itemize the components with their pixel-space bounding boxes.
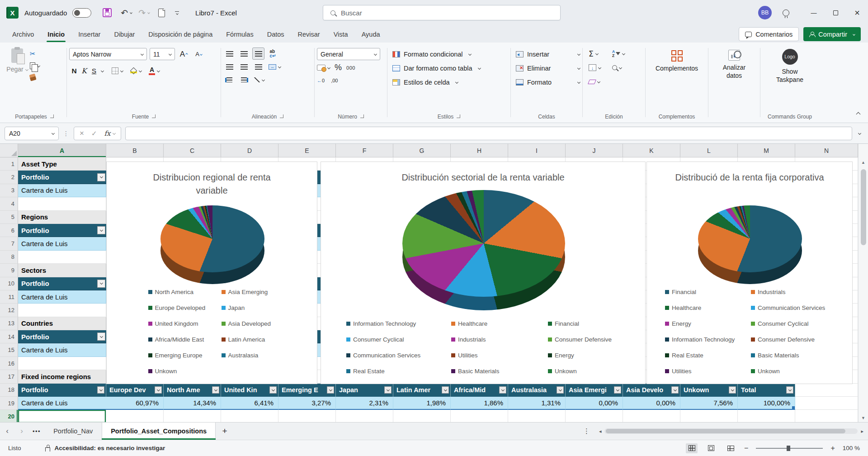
row-header-19[interactable]: 19 (0, 397, 18, 410)
merge-center-button[interactable]: ↔ (267, 61, 283, 73)
cell-A1[interactable]: Asset Type (18, 157, 106, 171)
page-break-view-button[interactable] (725, 443, 736, 453)
cell-A9[interactable]: Sectors (18, 264, 106, 277)
collapse-ribbon-button[interactable] (854, 110, 860, 117)
cell-A2[interactable]: Portfolio (18, 171, 106, 184)
filter-dropdown-icon[interactable] (269, 386, 277, 394)
filter-dropdown-icon[interactable] (729, 386, 736, 394)
cell-A8[interactable] (18, 251, 106, 264)
align-right-button[interactable] (252, 61, 264, 73)
prev-sheet-button[interactable]: ‹ (0, 423, 14, 440)
column-header-H[interactable]: H (451, 144, 508, 157)
legend-item[interactable]: Australasia (222, 352, 276, 359)
cut-button[interactable]: ✂ (30, 49, 40, 58)
column-header-N[interactable]: N (795, 144, 858, 157)
row-header-8[interactable]: 8 (0, 251, 18, 264)
grid-cell[interactable] (106, 410, 164, 422)
row-header-16[interactable]: 16 (0, 357, 18, 370)
cell-A14[interactable]: Portfolio (18, 330, 106, 343)
column-header-K[interactable]: K (623, 144, 680, 157)
grid-cell[interactable] (738, 410, 795, 422)
zoom-slider-thumb[interactable] (787, 446, 790, 451)
filter-dropdown-icon[interactable] (327, 386, 334, 394)
column-header-B[interactable]: B (106, 144, 164, 157)
legend-item[interactable]: Financial (665, 289, 751, 295)
legend-item[interactable]: Information Technology (346, 320, 451, 327)
column-header-I[interactable]: I (508, 144, 566, 157)
copy-button[interactable] (30, 61, 40, 70)
legend-item[interactable]: Latin America (222, 336, 276, 343)
legend-item[interactable]: Japan (222, 304, 276, 311)
autosave-toggle[interactable] (72, 8, 91, 18)
legend-item[interactable]: Emerging Europe (148, 352, 222, 359)
align-middle-button[interactable] (238, 48, 250, 60)
row-header-18[interactable]: 18 (0, 384, 18, 397)
format-painter-button[interactable] (30, 73, 40, 82)
grid-cell[interactable] (221, 410, 278, 422)
filter-dropdown-icon[interactable] (786, 386, 793, 394)
cell-A16[interactable] (18, 357, 106, 370)
grid-cell[interactable] (336, 410, 393, 422)
minimize-button[interactable]: — (803, 0, 825, 25)
name-box-splitter[interactable]: ⋮ (63, 130, 70, 137)
column-header-G[interactable]: G (393, 144, 451, 157)
row-header-1[interactable]: 1 (0, 157, 18, 171)
active-cell-A20[interactable] (18, 410, 106, 422)
find-select-button[interactable] (612, 61, 634, 74)
increase-indent-button[interactable] (238, 74, 250, 86)
grid-cell[interactable] (278, 410, 336, 422)
chart-1[interactable]: Distribucion regional de renta variableN… (106, 162, 317, 384)
clear-button[interactable] (589, 75, 612, 88)
column-header-C[interactable]: C (164, 144, 221, 157)
show-taskpane-button[interactable]: Logo Show Taskpane (769, 47, 810, 111)
row-header-10[interactable]: 10 (0, 277, 18, 290)
legend-item[interactable]: Consumer Cyclical (346, 336, 451, 343)
legend-item[interactable]: United Kingdom (148, 320, 222, 327)
accounting-format-button[interactable] (317, 62, 330, 74)
table-resize-handle[interactable] (792, 406, 795, 409)
row-header-5[interactable]: 5 (0, 211, 18, 224)
user-avatar[interactable]: BB (758, 6, 772, 19)
align-bottom-button[interactable] (252, 48, 264, 60)
grid-cell[interactable] (795, 397, 858, 410)
add-sheet-button[interactable]: + (216, 423, 234, 440)
row-header-20[interactable]: 20 (0, 410, 18, 422)
cell-A10[interactable]: Portfolio (18, 277, 106, 290)
table-header-cell[interactable]: Africa/Mid (451, 384, 508, 397)
italic-button[interactable]: K (79, 67, 89, 75)
new-document-icon[interactable] (158, 9, 165, 17)
number-format-combo[interactable]: General (317, 48, 380, 60)
conditional-formatting-button[interactable]: Formato condicional (392, 47, 508, 61)
legend-item[interactable]: Asia Developed (222, 320, 276, 327)
borders-button[interactable] (110, 65, 125, 77)
align-center-button[interactable] (238, 61, 250, 73)
search-box[interactable]: Buscar (323, 5, 561, 20)
wrap-text-button[interactable]: abc↵ (267, 48, 279, 60)
legend-item[interactable]: Asia Emerging (222, 289, 276, 295)
undo-button[interactable]: ↶ (121, 8, 132, 18)
row-header-7[interactable]: 7 (0, 237, 18, 250)
close-button[interactable]: × (846, 0, 868, 25)
legend-item[interactable]: Consumer Defensive (548, 336, 612, 343)
filter-dropdown-icon[interactable] (155, 386, 162, 394)
restore-button[interactable] (825, 0, 846, 25)
dialog-launcher-icon[interactable] (50, 114, 54, 118)
zoom-slider[interactable] (756, 448, 823, 449)
legend-item[interactable]: Real Estate (665, 352, 751, 359)
legend-item[interactable]: Information Technology (665, 336, 751, 343)
cell-A13[interactable]: Countries (18, 317, 106, 330)
legend-item[interactable]: Healthcare (451, 320, 548, 327)
format-as-table-button[interactable]: Dar formato como tabla (392, 61, 508, 75)
percent-style-button[interactable]: % (335, 63, 342, 72)
next-sheet-button[interactable]: › (14, 423, 29, 440)
dialog-launcher-icon[interactable] (280, 114, 283, 118)
filter-dropdown-icon[interactable] (212, 386, 219, 394)
vertical-scrollbar[interactable]: ▲ ▼ (858, 144, 868, 422)
table-header-cell[interactable]: Asia Develo (623, 384, 680, 397)
column-header-M[interactable]: M (738, 144, 795, 157)
cancel-icon[interactable]: × (80, 129, 84, 138)
dropdown-icon[interactable] (97, 332, 105, 341)
tab-disposición-de-página[interactable]: Disposición de página (142, 27, 219, 43)
row-header-17[interactable]: 17 (0, 370, 18, 383)
column-header-F[interactable]: F (336, 144, 393, 157)
